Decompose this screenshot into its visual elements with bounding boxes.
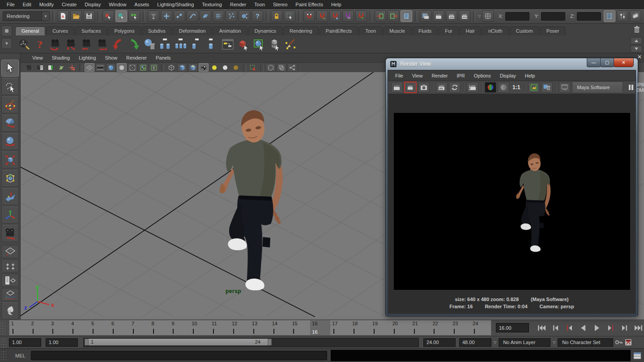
playback-end-field[interactable] <box>423 338 456 347</box>
hypergraph-layout-icon[interactable] <box>1 302 19 319</box>
mel-command-input[interactable] <box>31 351 327 360</box>
layout-outliner-persp[interactable] <box>1 274 19 287</box>
render-view-menu-item[interactable]: Display <box>495 72 520 79</box>
camera-track-icon[interactable] <box>80 37 94 52</box>
timeline-frame[interactable]: 18 <box>350 320 371 335</box>
shelf-scroll-up-icon[interactable] <box>631 37 642 44</box>
menu-item[interactable]: Display <box>81 1 105 8</box>
default-light-icon[interactable] <box>209 63 219 72</box>
zoom-one-to-one-button[interactable]: 1:1 <box>512 84 520 90</box>
camera-roll-icon[interactable] <box>95 37 110 52</box>
stack-cubes-icon[interactable] <box>268 37 282 52</box>
character-set-selector[interactable]: No Character Set <box>558 338 613 347</box>
shelf-tab[interactable]: Fluids <box>412 26 438 35</box>
snap-help-icon[interactable]: ? <box>252 10 263 22</box>
range-start-handle[interactable] <box>85 339 89 345</box>
timeline-frame[interactable]: 17 <box>330 320 350 335</box>
select-component-icon[interactable] <box>128 10 140 22</box>
shelf-tab[interactable]: General <box>15 26 45 35</box>
snap-sphere-icon[interactable] <box>239 10 250 22</box>
timeline-frame[interactable]: 16 16 <box>310 320 330 335</box>
shaded-sphere-icon[interactable] <box>106 63 116 72</box>
panel-menu-item[interactable]: Shading <box>47 54 74 61</box>
move-tool[interactable] <box>1 115 19 132</box>
delete-object-icon[interactable] <box>142 37 157 52</box>
snap-magnet-point-icon[interactable] <box>329 10 341 22</box>
menu-item[interactable]: Render <box>226 1 250 8</box>
use-all-lights-icon[interactable] <box>199 63 209 72</box>
command-feedback-area[interactable] <box>331 350 631 361</box>
render-view-menu-item[interactable]: Help <box>520 72 540 79</box>
timeline-frame[interactable]: 12 <box>230 320 250 335</box>
refresh-icon[interactable] <box>449 82 461 93</box>
timeline-frame[interactable]: 5 <box>90 320 110 335</box>
go-to-end-button[interactable] <box>633 324 644 332</box>
snap-planes-icon[interactable] <box>200 10 211 22</box>
scale-tool[interactable] <box>1 151 19 168</box>
render-view-menu-item[interactable]: View <box>408 72 427 79</box>
snapshot-icon[interactable] <box>418 82 430 93</box>
paint-effects-icon[interactable] <box>283 37 298 52</box>
node-editor-icon[interactable] <box>221 37 235 52</box>
drag-handle[interactable] <box>1 349 6 362</box>
exposure-icon[interactable] <box>277 63 286 72</box>
rgb-channels-icon[interactable] <box>485 82 496 93</box>
shelf-tab[interactable]: Rendering <box>283 26 319 35</box>
render-view-menu-item[interactable]: Render <box>427 72 452 79</box>
layout-graph-persp[interactable] <box>1 288 19 301</box>
save-scene-icon[interactable] <box>83 10 95 22</box>
tool-settings-icon[interactable] <box>617 10 628 22</box>
timeline-frame[interactable]: 8 <box>150 320 170 335</box>
alpha-channel-icon[interactable] <box>498 82 509 93</box>
animation-end-field[interactable] <box>459 338 491 347</box>
render-view-menu-item[interactable]: File <box>391 72 408 79</box>
shelf-tab[interactable]: Fur <box>439 26 459 35</box>
shelf-tab[interactable]: Custom <box>510 26 539 35</box>
layout-four-pane[interactable] <box>1 259 19 272</box>
pivot-snap-icon[interactable] <box>482 10 494 22</box>
minimize-button[interactable]: — <box>587 58 601 67</box>
image-plane-icon[interactable] <box>56 63 66 72</box>
open-render-settings-icon[interactable] <box>559 82 571 93</box>
node-tree-d-icon[interactable] <box>205 37 219 52</box>
menu-item[interactable]: Edit <box>19 1 35 8</box>
timeline-frame[interactable]: 19 <box>371 320 391 335</box>
ambient-light-icon[interactable] <box>220 63 230 72</box>
layout-single-pane[interactable] <box>1 245 19 258</box>
keep-image-icon[interactable] <box>528 82 540 93</box>
input-connections-icon[interactable] <box>375 10 386 22</box>
timeline-frame[interactable]: 20 <box>391 320 411 335</box>
x-coordinate-field[interactable] <box>505 12 529 21</box>
node-tree-a-icon[interactable] <box>158 37 172 52</box>
timeline-frame[interactable]: 4 <box>69 320 90 335</box>
show-manipulator-tool[interactable] <box>1 207 19 224</box>
anim-layer-selector[interactable]: No Anim Layer <box>499 338 550 347</box>
render-settings-icon[interactable] <box>459 10 470 22</box>
trash-icon[interactable] <box>633 26 640 34</box>
textured-cube-icon[interactable] <box>188 63 198 72</box>
bookmark-icon[interactable] <box>46 63 55 72</box>
menu-item[interactable]: Texturing <box>198 1 226 8</box>
shelf-tab[interactable]: Hair <box>460 26 481 35</box>
shelf-tab[interactable]: Dynamics <box>248 26 282 35</box>
text-display-icon[interactable]: T <box>149 63 159 72</box>
timeline-frame[interactable]: 9 <box>170 320 190 335</box>
undo-arrow-icon[interactable] <box>111 37 125 52</box>
shelf-tab[interactable]: Animation <box>213 26 247 35</box>
last-tool[interactable] <box>1 225 19 242</box>
rendered-image[interactable] <box>394 113 630 290</box>
renderer-selector[interactable]: Maya Software <box>572 82 623 93</box>
shelf-tab[interactable]: Curves <box>46 26 74 35</box>
output-connections-icon[interactable] <box>388 10 399 22</box>
lock-icon[interactable] <box>271 10 282 22</box>
current-time-field[interactable] <box>496 323 529 332</box>
shelf-tab[interactable]: Muscle <box>383 26 411 35</box>
shelf-scroll-down-icon[interactable] <box>631 45 642 52</box>
ipr-render-icon[interactable]: IPR <box>436 82 448 93</box>
timeline-frame[interactable]: 10 <box>190 320 210 335</box>
camera-turn-icon[interactable] <box>48 37 63 52</box>
shelf-item-icon[interactable] <box>1 26 12 36</box>
paint-select-tool[interactable] <box>1 96 19 113</box>
step-back-key-button[interactable] <box>564 324 575 332</box>
no-lights-icon[interactable] <box>231 63 241 72</box>
